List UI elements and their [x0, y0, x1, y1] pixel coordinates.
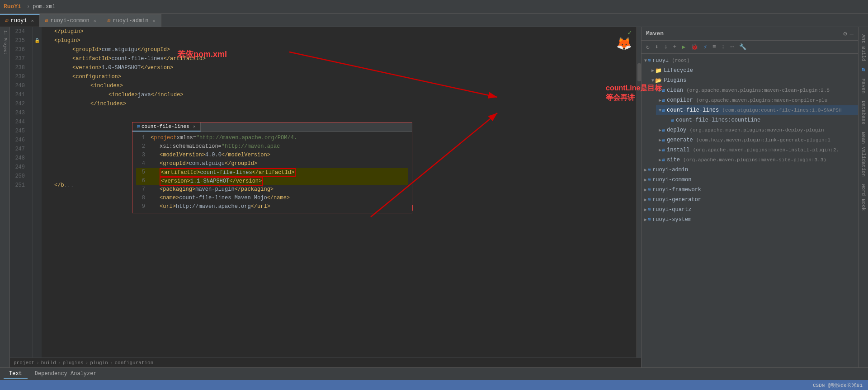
maven-tree-btn[interactable]: ≡: [711, 42, 718, 52]
tab-close-ruoyi-common[interactable]: ✕: [94, 18, 96, 23]
expand-ruoyi-quartz[interactable]: ▶: [644, 207, 647, 212]
bean-validation-btn[interactable]: Bean Validation: [859, 128, 868, 180]
maven-item-clean[interactable]: ▶ m clean (org.apache.maven.plugins:mave…: [656, 85, 858, 95]
tab-text[interactable]: Text: [4, 370, 28, 379]
right-strip: Ant Build m Maven Database Bean Validati…: [858, 27, 868, 367]
maven-skip-btn[interactable]: ⚡: [702, 42, 709, 52]
expand-generate[interactable]: ▶: [659, 137, 661, 143]
popup-line-5: 5 <artifactId>count-file-lines</artifact…: [136, 168, 408, 177]
maven-collapse2-btn[interactable]: ↔: [729, 42, 736, 52]
code-area[interactable]: </plugin> <plugin> <groupId>com.atguigu<…: [42, 27, 637, 357]
maven-item-ruoyi-framework[interactable]: ▶ m ruoyi-framework: [642, 185, 858, 195]
popup-tab-count-file-lines[interactable]: m count-file-lines ✕: [132, 122, 201, 132]
maven-settings2-btn[interactable]: 🔧: [737, 42, 748, 52]
maven-item-countline[interactable]: m count-file-lines:countLine: [663, 115, 858, 125]
breadcrumb-build: build: [41, 360, 56, 366]
expand-count-file-lines[interactable]: ▼: [659, 108, 661, 113]
breadcrumb-project: project: [14, 360, 34, 366]
expand-ruoyi-system[interactable]: ▶: [644, 217, 647, 222]
maven-expand-btn[interactable]: ↕: [720, 42, 727, 52]
maven-item-count-file-lines[interactable]: ▼ m count-file-lines (com.atguigu:count-…: [656, 105, 858, 115]
maven-download-btn[interactable]: ⬇: [653, 42, 660, 52]
tab-ruoyi-common[interactable]: m ruoyi-common ✕: [40, 14, 102, 27]
line-235: 235: [10, 36, 28, 45]
maven-item-ruoyi-generator[interactable]: ▶ m ruoyi-generator: [642, 195, 858, 205]
line-248: 248: [10, 154, 28, 163]
code-line-234: </plugin>: [45, 27, 637, 36]
maven-debug-btn[interactable]: 🐞: [689, 42, 700, 52]
maven-collapse-btn[interactable]: —: [850, 30, 854, 38]
maven-item-deploy[interactable]: ▶ m deploy (org.apache.maven.plugins:mav…: [656, 125, 858, 135]
maven-item-generate[interactable]: ▶ m generate (com.hczy.maven.plugin:link…: [656, 135, 858, 145]
expand-ruoyi-admin[interactable]: ▶: [644, 167, 647, 173]
expand-ruoyi-generator[interactable]: ▶: [644, 197, 647, 202]
maven-m-icon-countline: m: [671, 118, 674, 123]
tab-close-ruoyi-admin[interactable]: ✕: [153, 18, 156, 23]
line-250: 250: [10, 172, 28, 181]
status-bar: CSDN @明快de玄米81: [0, 380, 868, 390]
maven-refresh-btn[interactable]: ↻: [644, 42, 651, 52]
tab-ruoyi-admin[interactable]: m ruoyi-admin ✕: [102, 14, 161, 27]
word-book-btn[interactable]: Word Book: [859, 180, 868, 214]
tab-close-ruoyi[interactable]: ✕: [31, 18, 34, 23]
editor-scrollbar[interactable]: [637, 27, 641, 357]
maven-run-btn[interactable]: ▶: [680, 42, 687, 52]
maven-toolbar-row: ↻ ⬇ ⇩ + ▶ 🐞 ⚡ ≡ ↕ ↔ 🔧: [642, 41, 858, 54]
popup-line-3: 3 <modelVersion>4.0.0</modelVersion>: [136, 151, 408, 160]
line-249: 249: [10, 163, 28, 172]
maven-toolbar: ⚙ —: [843, 30, 854, 38]
maven-label-countline: count-file-lines:countLine: [676, 117, 855, 123]
expand-site[interactable]: ▶: [659, 157, 661, 163]
maven-strip-btn[interactable]: m: [859, 65, 868, 75]
tab-dependency-analyzer[interactable]: Dependency Analyzer: [29, 370, 102, 379]
maven-m-icon-ruoyi-common: m: [648, 178, 651, 183]
code-line-237: <artifactId>count-file-lines</artifactId…: [45, 54, 637, 63]
tab-ruoyi[interactable]: m ruoyi ✕: [0, 14, 40, 27]
maven-item-ruoyi-quartz[interactable]: ▶ m ruoyi-quartz: [642, 205, 858, 215]
tab-icon-ruoyi-admin: m: [108, 18, 111, 23]
maven-item-ruoyi-admin[interactable]: ▶ m ruoyi-admin: [642, 165, 858, 175]
popup-line-8: 8 <name>count-file-lines Maven Mojo</nam…: [136, 194, 408, 202]
expand-deploy[interactable]: ▶: [659, 127, 661, 133]
maven-label-ruoyi: ruoyi (root): [652, 57, 855, 64]
maven-item-ruoyi[interactable]: ▼ m ruoyi (root): [642, 56, 858, 66]
maven-label-ruoyi-quartz: ruoyi-quartz: [652, 207, 855, 213]
maven-download2-btn[interactable]: ⇩: [662, 42, 670, 52]
expand-ruoyi-common[interactable]: ▶: [644, 177, 647, 183]
maven-item-ruoyi-common[interactable]: ▶ m ruoyi-common: [642, 175, 858, 185]
expand-plugins[interactable]: ▼: [651, 78, 654, 83]
sidebar-project-btn[interactable]: 1: Project: [3, 29, 7, 56]
maven-settings-btn[interactable]: ⚙: [843, 30, 847, 38]
maven-label-count-file-lines: count-file-lines (com.atguigu:count-file…: [667, 107, 855, 113]
line-241: 241: [10, 90, 28, 99]
maven-panel: Maven ⚙ — ↻ ⬇ ⇩ + ▶ 🐞 ⚡ ≡ ↕ ↔ 🔧: [641, 27, 858, 367]
maven-label-ruoyi-generator: ruoyi-generator: [652, 197, 855, 203]
expand-install[interactable]: ▶: [659, 147, 661, 153]
maven-item-compiler[interactable]: ▶ m compiler (org.apache.maven.plugins:m…: [656, 95, 858, 105]
editor-container: 234 235 236 237 238 239 240 241 242 243 …: [10, 27, 641, 367]
maven-add-btn[interactable]: +: [671, 42, 678, 52]
maven-label-ruoyi-admin: ruoyi-admin: [652, 167, 855, 173]
maven-item-ruoyi-system[interactable]: ▶ m ruoyi-system: [642, 215, 858, 225]
title-file: pom.xml: [33, 4, 55, 10]
maven-item-lifecycle[interactable]: ▶ 📁 Lifecycle: [649, 66, 858, 75]
popup-tab-label: count-file-lines: [142, 124, 189, 129]
maven-item-site[interactable]: ▶ m site (org.apache.maven.plugins:maven…: [656, 155, 858, 165]
expand-lifecycle[interactable]: ▶: [651, 68, 654, 73]
status-text: CSDN @明快de玄米81: [813, 382, 863, 389]
maven-m-icon-ruoyi-system: m: [648, 217, 651, 222]
expand-ruoyi[interactable]: ▼: [644, 58, 647, 63]
maven-item-plugins[interactable]: ▼ 📂 Plugins: [649, 75, 858, 85]
maven-tree[interactable]: ▼ m ruoyi (root) ▶ 📁 Lifecycle ▼ 📂 Plugi…: [642, 54, 858, 367]
maven-item-install[interactable]: ▶ m install (org.apache.maven.plugins:ma…: [656, 145, 858, 155]
maven-label-clean: clean (org.apache.maven.plugins:maven-cl…: [667, 87, 855, 94]
code-line-243: [45, 108, 637, 117]
ant-build-btn[interactable]: Ant Build: [859, 31, 868, 65]
popup-code-area[interactable]: 1 <project xmlns="http://maven.apache.or…: [132, 132, 412, 213]
database-btn[interactable]: Database: [859, 97, 868, 128]
maven-m-icon-install: m: [662, 148, 665, 153]
breadcrumb-bar: project › build › plugins › plugin › con…: [10, 357, 641, 367]
maven-label-btn[interactable]: Maven: [859, 75, 868, 97]
expand-ruoyi-framework[interactable]: ▶: [644, 187, 647, 193]
maven-label-install: install (org.apache.maven.plugins:maven-…: [667, 147, 855, 153]
